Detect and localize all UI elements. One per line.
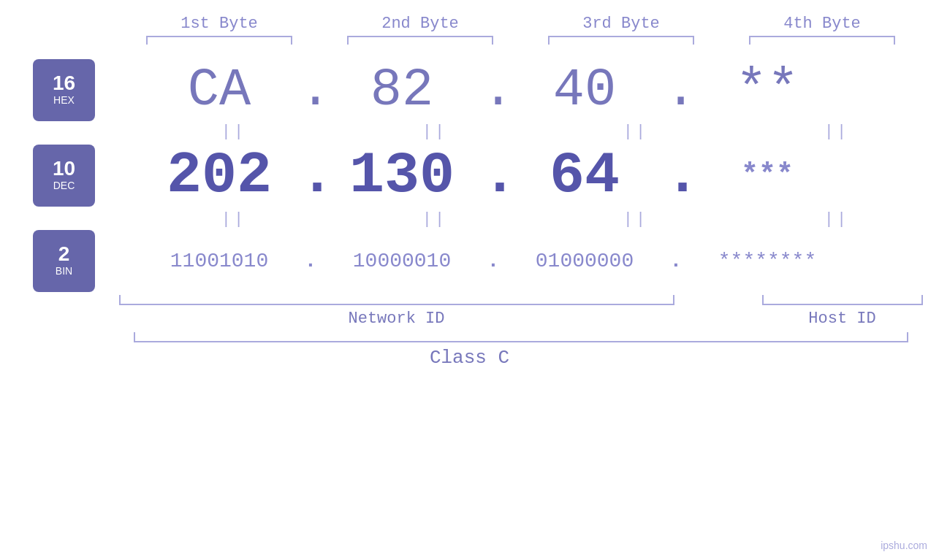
hex-byte4: ** [687, 61, 848, 120]
eq5: || [153, 210, 314, 229]
host-bracket [762, 295, 923, 305]
eq3: || [555, 123, 716, 141]
bracket-byte3 [548, 36, 694, 45]
class-bracket [134, 332, 908, 342]
dec-number: 10 [53, 158, 75, 179]
dec-row: 10 DEC 202 . 130 . 64 . *** [0, 142, 939, 209]
byte2-header: 2nd Byte [340, 15, 501, 33]
eq8: || [756, 210, 917, 229]
dec-dot1: . [300, 142, 322, 209]
bin-byte1: 11001010 [139, 250, 300, 272]
eq2: || [354, 123, 515, 141]
byte-headers: 1st Byte 2nd Byte 3rd Byte 4th Byte [119, 15, 923, 33]
spacer [689, 295, 748, 305]
main-container: 1st Byte 2nd Byte 3rd Byte 4th Byte 16 H… [0, 0, 939, 560]
eq1: || [153, 123, 314, 141]
hex-dot2: . [482, 61, 504, 120]
bin-label: BIN [56, 264, 72, 279]
eq-row-1: || || || || [134, 123, 938, 141]
eq4: || [756, 123, 917, 141]
bin-badge: 2 BIN [33, 230, 95, 292]
hex-values: CA . 82 . 40 . ** [139, 61, 924, 120]
eq6: || [354, 210, 515, 229]
bracket-byte2 [347, 36, 493, 45]
hex-label: HEX [53, 93, 75, 108]
bottom-brackets [119, 295, 923, 305]
id-labels: Network ID Host ID [119, 310, 923, 328]
bin-dot1: . [300, 250, 322, 272]
byte4-header: 4th Byte [742, 15, 902, 33]
dec-dot2: . [482, 142, 504, 209]
bin-byte2: 10000010 [322, 250, 482, 272]
eq-row-2: || || || || [134, 210, 938, 229]
network-bracket [119, 295, 674, 305]
bin-row: 2 BIN 11001010 . 10000010 . 01000000 . *… [0, 230, 939, 292]
bin-dot2: . [482, 250, 504, 272]
watermark: ipshu.com [881, 540, 927, 551]
dec-byte2: 130 [322, 142, 482, 209]
hex-number: 16 [53, 73, 75, 93]
top-brackets [119, 36, 923, 45]
hex-byte3: 40 [504, 61, 665, 120]
dec-byte4: *** [687, 159, 848, 192]
dec-label: DEC [53, 179, 75, 193]
dec-values: 202 . 130 . 64 . *** [139, 142, 924, 209]
eq7: || [555, 210, 716, 229]
class-label: Class C [0, 347, 939, 369]
bracket-byte4 [749, 36, 895, 45]
hex-byte2: 82 [322, 61, 482, 120]
dec-dot3: . [665, 142, 687, 209]
hex-badge: 16 HEX [33, 59, 95, 121]
host-id-label: Host ID [762, 310, 923, 328]
bin-byte4: ******** [687, 250, 848, 272]
bracket-byte1 [146, 36, 292, 45]
byte1-header: 1st Byte [139, 15, 300, 33]
byte3-header: 3rd Byte [541, 15, 702, 33]
hex-byte1: CA [139, 61, 300, 120]
dec-byte1: 202 [139, 142, 300, 209]
dec-badge: 10 DEC [33, 145, 95, 207]
bin-number: 2 [58, 244, 70, 264]
dec-byte3: 64 [504, 142, 665, 209]
network-id-label: Network ID [119, 310, 674, 328]
spacer2 [689, 310, 748, 328]
bin-byte3: 01000000 [504, 250, 665, 272]
hex-dot3: . [665, 61, 687, 120]
hex-dot1: . [300, 61, 322, 120]
bin-dot3: . [665, 250, 687, 272]
bin-values: 11001010 . 10000010 . 01000000 . *******… [139, 250, 924, 272]
hex-row: 16 HEX CA . 82 . 40 . ** [0, 59, 939, 121]
